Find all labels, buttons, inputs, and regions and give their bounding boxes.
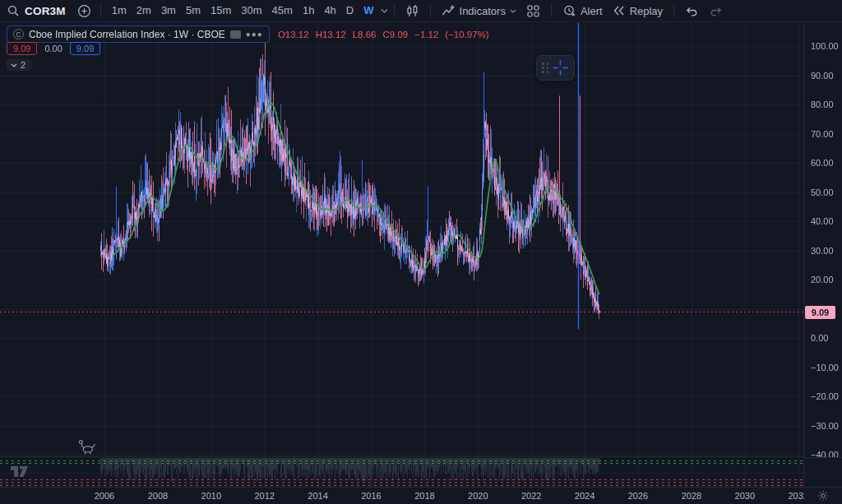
tradingview-logo[interactable]	[10, 465, 30, 482]
price-tick: 50.00	[811, 187, 834, 197]
indicators-chevron-down-icon	[510, 8, 516, 14]
dino-icon	[77, 439, 96, 460]
tf-W-active[interactable]: W	[359, 2, 378, 20]
year-tick: 2028	[678, 491, 706, 501]
search-icon[interactable]	[7, 4, 20, 17]
tradingview-chart-window: COR3M 1m 2m 3m 5m 15m 30m 45m 1h 4h D W	[0, 0, 842, 504]
chevron-down-icon	[11, 62, 17, 68]
year-tick: 2006	[90, 491, 118, 501]
toolbar-divider	[430, 4, 431, 17]
year-tick: 2014	[304, 491, 332, 501]
price-tick: 70.00	[811, 129, 834, 139]
year-tick: 2024	[571, 491, 599, 501]
indicators-icon	[442, 4, 456, 17]
indicator-value-blue[interactable]: 9.09	[70, 42, 100, 55]
replay-rewind-icon	[613, 5, 626, 16]
tf-2m[interactable]: 2m	[132, 2, 156, 20]
price-tick: 100.00	[811, 41, 839, 51]
visibility-icon[interactable]	[230, 30, 241, 39]
more-options-icon[interactable]: ●●●	[246, 30, 263, 39]
tf-1h[interactable]: 1h	[298, 2, 319, 20]
time-axis[interactable]: 2006200820102012201420162018202020222024…	[0, 487, 804, 504]
replay-button[interactable]: Replay	[608, 2, 668, 20]
series-title-pill[interactable]: C Cboe Implied Correlation Index · 1W · …	[7, 25, 270, 43]
series-title: Cboe Implied Correlation Index · 1W · CB…	[29, 29, 225, 40]
drag-handle[interactable]	[542, 62, 549, 73]
redo-icon[interactable]	[704, 2, 728, 20]
year-tick: 2020	[464, 491, 492, 501]
sub-pane-axis: 0.00	[804, 457, 842, 487]
series-legend: C Cboe Implied Correlation Index · 1W · …	[7, 25, 489, 43]
price-tick: −30.00	[811, 421, 839, 431]
year-tick: 2016	[358, 491, 386, 501]
indicator-value-red[interactable]: 9.09	[7, 42, 37, 55]
year-tick: 2022	[517, 491, 545, 501]
tf-1m[interactable]: 1m	[107, 2, 132, 20]
low-value: L8.66	[353, 30, 377, 39]
price-tick: 30.00	[811, 246, 834, 256]
indicator-value-mid: 0.00	[44, 44, 62, 53]
price-tick: 60.00	[811, 158, 834, 168]
ohlc-values: O13.12 H13.12 L8.66 C9.09 −1.12 (−10.97%…	[278, 30, 489, 39]
symbol-name[interactable]: COR3M	[25, 5, 66, 17]
year-tick: 2026	[624, 491, 652, 501]
price-axis[interactable]: −40.00−30.00−20.00−10.000.0010.0020.0030…	[803, 22, 842, 487]
tf-45m[interactable]: 45m	[267, 2, 298, 20]
tf-D[interactable]: D	[341, 2, 359, 20]
year-tick: 2008	[144, 491, 172, 501]
year-tick: 2012	[251, 491, 279, 501]
change-pct-value: (−10.97%)	[445, 30, 488, 39]
layout-grid-icon[interactable]	[521, 2, 545, 20]
source-icon: C	[13, 29, 24, 39]
price-tick: −20.00	[811, 391, 839, 401]
alert-clock-icon	[562, 4, 576, 18]
toolbar-divider	[100, 4, 101, 17]
alert-button[interactable]: Alert	[557, 2, 608, 20]
crosshair-icon[interactable]	[552, 59, 569, 76]
replay-label: Replay	[630, 5, 663, 17]
year-tick: 2010	[197, 491, 225, 501]
tf-4h[interactable]: 4h	[319, 2, 340, 20]
price-tick: 40.00	[811, 216, 834, 226]
price-chart-canvas[interactable]	[0, 0, 804, 504]
compare-add-icon[interactable]	[77, 4, 91, 18]
price-tick: 80.00	[811, 99, 834, 109]
collapse-indicators-button[interactable]: 2	[7, 59, 31, 71]
undo-icon[interactable]	[680, 2, 704, 20]
toolbar-divider	[394, 4, 395, 17]
change-value: −1.12	[414, 30, 438, 39]
close-value: C9.09	[383, 30, 409, 39]
price-tick: 90.00	[811, 71, 834, 81]
tf-15m[interactable]: 15m	[206, 2, 236, 20]
axis-settings-corner	[804, 487, 842, 504]
chart-style-candles-icon[interactable]	[400, 2, 424, 20]
collapse-count: 2	[21, 60, 25, 70]
tf-30m[interactable]: 30m	[236, 2, 266, 20]
year-tick: 2030	[731, 491, 759, 501]
indicator-values-row: 9.09 0.00 9.09	[7, 42, 100, 55]
alert-label: Alert	[581, 5, 603, 17]
price-tick: 0.00	[811, 333, 828, 343]
indicators-button[interactable]: Indicators	[437, 2, 521, 20]
toolbar-divider	[551, 4, 552, 17]
last-price-label: 9.09	[805, 306, 835, 319]
year-tick: 2032	[784, 491, 804, 501]
price-tick: 20.00	[811, 275, 834, 284]
open-value: O13.12	[278, 30, 309, 39]
indicators-label: Indicators	[460, 5, 506, 17]
top-toolbar: COR3M 1m 2m 3m 5m 15m 30m 45m 1h 4h D W	[0, 0, 842, 22]
toolbar-divider	[673, 4, 674, 17]
year-tick: 2018	[410, 491, 438, 501]
timeframe-chevron-down-icon[interactable]	[381, 7, 388, 14]
tf-5m[interactable]: 5m	[181, 2, 206, 20]
price-tick: −10.00	[811, 363, 839, 372]
high-value: H13.12	[316, 30, 346, 39]
gear-icon[interactable]	[817, 490, 829, 502]
tf-3m[interactable]: 3m	[156, 2, 181, 20]
floating-drawing-toolbar	[536, 55, 575, 81]
